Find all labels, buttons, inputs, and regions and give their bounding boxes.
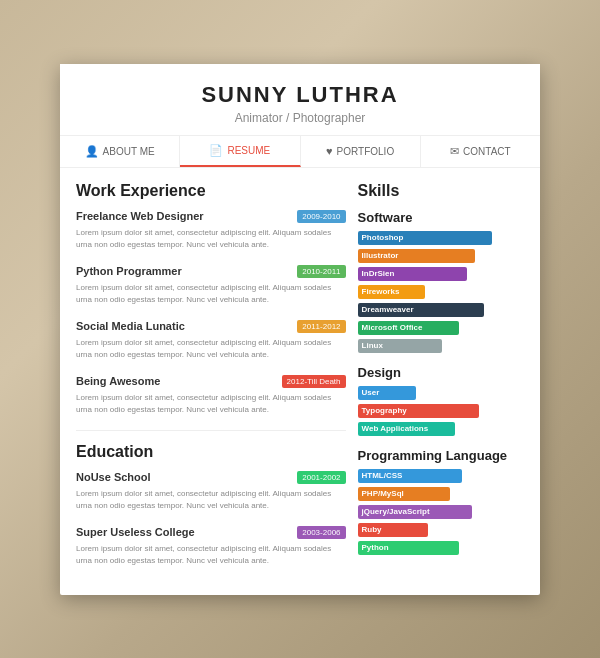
person-icon: 👤 bbox=[85, 145, 99, 158]
job-header-4: Being Awesome 2012-Till Death bbox=[76, 375, 346, 388]
skill-bar-linux: Linux bbox=[358, 339, 442, 353]
skill-bar-jquery: jQuery/JavaScript bbox=[358, 505, 473, 519]
skill-msoffice: Microsoft Office bbox=[358, 321, 526, 335]
skill-bar-indesign: InDrSien bbox=[358, 267, 468, 281]
skill-python: Python bbox=[358, 541, 526, 555]
job-title-2: Python Programmer bbox=[76, 265, 182, 277]
skill-indesign: InDrSien bbox=[358, 267, 526, 281]
education-section-title: Education bbox=[76, 443, 346, 461]
resume-card: SUNNY LUTHRA Animator / Photographer 👤 A… bbox=[60, 64, 540, 595]
skill-label-typography: Typography bbox=[362, 406, 407, 415]
skill-phpmysql: PHP/MySql bbox=[358, 487, 526, 501]
left-column: Work Experience Freelance Web Designer 2… bbox=[76, 182, 346, 581]
skill-bar-ruby: Ruby bbox=[358, 523, 429, 537]
skill-bar-user: User bbox=[358, 386, 417, 400]
job-desc-1: Lorem ipsum dolor sit amet, consectetur … bbox=[76, 227, 346, 251]
main-content: Work Experience Freelance Web Designer 2… bbox=[60, 168, 540, 595]
skill-label-python: Python bbox=[362, 543, 389, 552]
skill-webapps: Web Applications bbox=[358, 422, 526, 436]
job-entry-2: Python Programmer 2010-2011 Lorem ipsum … bbox=[76, 265, 346, 306]
software-skills: Software Photoshop Illustrator InDrSien bbox=[358, 210, 526, 353]
navigation: 👤 ABOUT ME 📄 RESUME ♥ PORTFOLIO ✉ CONTAC… bbox=[60, 135, 540, 168]
skill-htmlcss: HTML/CSS bbox=[358, 469, 526, 483]
job-title-3: Social Media Lunatic bbox=[76, 320, 185, 332]
header: SUNNY LUTHRA Animator / Photographer bbox=[60, 64, 540, 135]
school-date-2: 2003-2006 bbox=[297, 526, 345, 539]
skill-label-webapps: Web Applications bbox=[362, 424, 429, 433]
skill-label-dreamweaver: Dreamweaver bbox=[362, 305, 414, 314]
skill-label-illustrator: Illustrator bbox=[362, 251, 399, 260]
job-date-4: 2012-Till Death bbox=[282, 375, 346, 388]
job-header-2: Python Programmer 2010-2011 bbox=[76, 265, 346, 278]
skill-photoshop: Photoshop bbox=[358, 231, 526, 245]
nav-contact-label: CONTACT bbox=[463, 146, 511, 157]
skill-bar-phpmysql: PHP/MySql bbox=[358, 487, 451, 501]
skill-ruby: Ruby bbox=[358, 523, 526, 537]
nav-about[interactable]: 👤 ABOUT ME bbox=[60, 136, 180, 167]
school-header-2: Super Useless College 2003-2006 bbox=[76, 526, 346, 539]
skill-dreamweaver: Dreamweaver bbox=[358, 303, 526, 317]
skill-jquery: jQuery/JavaScript bbox=[358, 505, 526, 519]
job-entry-3: Social Media Lunatic 2011-2012 Lorem ips… bbox=[76, 320, 346, 361]
skill-bar-htmlcss: HTML/CSS bbox=[358, 469, 462, 483]
programming-title: Programming Language bbox=[358, 448, 526, 463]
skill-bar-webapps: Web Applications bbox=[358, 422, 456, 436]
school-title-2: Super Useless College bbox=[76, 526, 195, 538]
skill-typography: Typography bbox=[358, 404, 526, 418]
person-name: SUNNY LUTHRA bbox=[60, 82, 540, 108]
skill-label-htmlcss: HTML/CSS bbox=[362, 471, 403, 480]
school-header-1: NoUse School 2001-2002 bbox=[76, 471, 346, 484]
software-title: Software bbox=[358, 210, 526, 225]
design-title: Design bbox=[358, 365, 526, 380]
skill-label-msoffice: Microsoft Office bbox=[362, 323, 423, 332]
skill-label-photoshop: Photoshop bbox=[362, 233, 404, 242]
school-desc-2: Lorem ipsum dolor sit amet, consectetur … bbox=[76, 543, 346, 567]
job-title-4: Being Awesome bbox=[76, 375, 160, 387]
skills-section-title: Skills bbox=[358, 182, 526, 200]
nav-portfolio[interactable]: ♥ PORTFOLIO bbox=[301, 136, 421, 167]
skill-illustrator: Illustrator bbox=[358, 249, 526, 263]
skill-label-user: User bbox=[362, 388, 380, 397]
skill-bar-msoffice: Microsoft Office bbox=[358, 321, 459, 335]
work-section-title: Work Experience bbox=[76, 182, 346, 200]
skill-label-linux: Linux bbox=[362, 341, 383, 350]
skill-label-jquery: jQuery/JavaScript bbox=[362, 507, 430, 516]
skill-bar-dreamweaver: Dreamweaver bbox=[358, 303, 484, 317]
skill-bar-photoshop: Photoshop bbox=[358, 231, 493, 245]
school-entry-2: Super Useless College 2003-2006 Lorem ip… bbox=[76, 526, 346, 567]
school-entry-1: NoUse School 2001-2002 Lorem ipsum dolor… bbox=[76, 471, 346, 512]
skill-linux: Linux bbox=[358, 339, 526, 353]
programming-skills: Programming Language HTML/CSS PHP/MySql … bbox=[358, 448, 526, 555]
job-desc-4: Lorem ipsum dolor sit amet, consectetur … bbox=[76, 392, 346, 416]
nav-contact[interactable]: ✉ CONTACT bbox=[421, 136, 540, 167]
skill-bar-python: Python bbox=[358, 541, 459, 555]
job-header-1: Freelance Web Designer 2009-2010 bbox=[76, 210, 346, 223]
job-header-3: Social Media Lunatic 2011-2012 bbox=[76, 320, 346, 333]
person-title: Animator / Photographer bbox=[60, 111, 540, 125]
section-divider bbox=[76, 430, 346, 431]
nav-resume[interactable]: 📄 RESUME bbox=[180, 136, 300, 167]
skill-label-ruby: Ruby bbox=[362, 525, 382, 534]
skill-label-phpmysql: PHP/MySql bbox=[362, 489, 404, 498]
resume-icon: 📄 bbox=[209, 144, 223, 157]
skill-label-indesign: InDrSien bbox=[362, 269, 395, 278]
job-entry-1: Freelance Web Designer 2009-2010 Lorem i… bbox=[76, 210, 346, 251]
job-desc-2: Lorem ipsum dolor sit amet, consectetur … bbox=[76, 282, 346, 306]
job-desc-3: Lorem ipsum dolor sit amet, consectetur … bbox=[76, 337, 346, 361]
right-column: Skills Software Photoshop Illustrator In… bbox=[358, 182, 526, 581]
skill-user: User bbox=[358, 386, 526, 400]
nav-portfolio-label: PORTFOLIO bbox=[337, 146, 395, 157]
heart-icon: ♥ bbox=[326, 145, 333, 157]
skill-fireworks: Fireworks bbox=[358, 285, 526, 299]
skill-label-fireworks: Fireworks bbox=[362, 287, 400, 296]
nav-about-label: ABOUT ME bbox=[103, 146, 155, 157]
skill-bar-illustrator: Illustrator bbox=[358, 249, 476, 263]
skill-bar-fireworks: Fireworks bbox=[358, 285, 425, 299]
school-date-1: 2001-2002 bbox=[297, 471, 345, 484]
job-date-1: 2009-2010 bbox=[297, 210, 345, 223]
job-entry-4: Being Awesome 2012-Till Death Lorem ipsu… bbox=[76, 375, 346, 416]
job-date-3: 2011-2012 bbox=[297, 320, 345, 333]
nav-resume-label: RESUME bbox=[227, 145, 270, 156]
skill-bar-typography: Typography bbox=[358, 404, 479, 418]
envelope-icon: ✉ bbox=[450, 145, 459, 158]
